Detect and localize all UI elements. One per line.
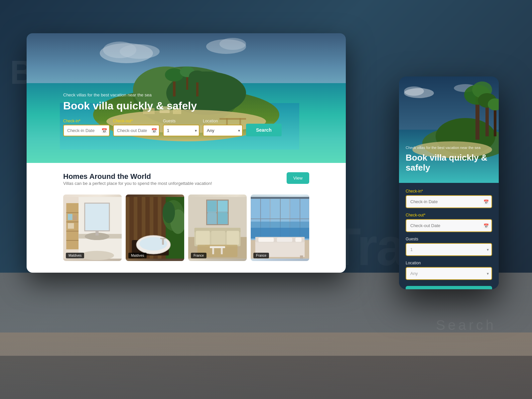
svg-rect-66: [218, 201, 227, 211]
svg-rect-64: [207, 201, 216, 211]
location-label: Location: [203, 119, 243, 123]
mobile-checkin-wrap: 📅: [406, 195, 492, 208]
mobile-guests-label: Guests: [406, 237, 492, 241]
svg-point-4: [219, 38, 246, 50]
svg-rect-25: [66, 212, 78, 213]
property-2-location: Maldives: [128, 253, 147, 258]
svg-rect-70: [196, 231, 210, 245]
mobile-checkin-label: Check-in*: [406, 189, 492, 194]
property-card-1[interactable]: Maldives: [63, 195, 122, 261]
svg-rect-87: [251, 197, 309, 199]
svg-point-53: [163, 201, 175, 223]
svg-rect-95: [295, 238, 302, 242]
svg-rect-94: [277, 238, 292, 242]
property-1-location: Maldives: [66, 253, 84, 258]
property-card-3[interactable]: France: [188, 195, 247, 261]
checkout-input-wrap: 📅: [113, 125, 160, 136]
homes-subtitle: Villas can be a perfect place for you to…: [63, 181, 212, 186]
checkin-label: Check-in*: [63, 119, 110, 123]
svg-rect-111: [494, 106, 496, 136]
mobile-guests-field: Guests 1 2 3 4 ▾: [406, 237, 492, 256]
mobile-checkout-calendar-icon: 📅: [483, 223, 489, 228]
location-select[interactable]: Any Maldives France Italy: [203, 125, 243, 136]
mobile-checkout-wrap: 📅: [406, 219, 492, 232]
homes-header: Homes Around the World Villas can be a p…: [63, 172, 309, 192]
mobile-form: Check-in* 📅 Check-out* 📅 Guests 1 2: [399, 183, 499, 289]
mobile-search-button[interactable]: Search: [406, 286, 492, 289]
background-search-label: Search: [436, 317, 496, 333]
mobile-checkin-field: Check-in* 📅: [406, 189, 492, 208]
svg-rect-75: [210, 246, 225, 248]
guests-select[interactable]: 1 2 3 4: [163, 125, 200, 136]
homes-title-wrap: Homes Around the World Villas can be a p…: [63, 172, 212, 192]
svg-rect-86: [251, 218, 309, 219]
background-room: [0, 273, 532, 399]
svg-point-101: [404, 86, 424, 96]
mobile-hero-title: Book villa quickly & safely: [406, 153, 492, 173]
checkin-calendar-icon: 📅: [101, 128, 107, 133]
svg-rect-72: [227, 231, 239, 245]
bedroom-art: [251, 195, 309, 261]
hero-subtitle: Check villas for the best vacation near …: [63, 92, 309, 97]
view-all-button[interactable]: View: [287, 172, 309, 184]
checkin-input-wrap: 📅: [63, 125, 110, 136]
search-bar: Check-in* 📅 Check-out* 📅: [63, 119, 309, 136]
location-select-wrap: Any Maldives France Italy: [203, 125, 243, 136]
mobile-location-chevron-icon: ▾: [487, 271, 489, 276]
svg-rect-76: [212, 248, 214, 254]
checkout-label: Check-out*: [113, 119, 160, 123]
checkout-field: Check-out* 📅: [113, 119, 160, 136]
hero-title: Book villa quickly & safely: [63, 99, 309, 112]
mobile-guests-select[interactable]: 1 2 3 4: [406, 243, 492, 256]
mobile-card: Check villas for the best vacation near …: [399, 76, 499, 289]
bathroom-art: [63, 195, 122, 261]
outdoor-bath-art: [126, 195, 184, 261]
property-card-4[interactable]: France: [251, 195, 309, 261]
mobile-guests-wrap: 1 2 3 4 ▾: [406, 243, 492, 256]
mobile-hero-content: Check villas for the best vacation near …: [406, 145, 492, 173]
hero-content: Check villas for the best vacation near …: [27, 92, 346, 143]
svg-rect-40: [126, 197, 129, 258]
svg-rect-26: [66, 221, 78, 222]
svg-rect-33: [85, 203, 109, 231]
svg-rect-109: [485, 103, 489, 136]
bg-floor: [0, 332, 532, 399]
property-3-location: France: [191, 253, 206, 258]
homes-grid: Maldives: [63, 195, 309, 261]
svg-rect-35: [73, 215, 77, 220]
svg-rect-98: [300, 255, 303, 258]
mobile-checkin-calendar-icon: 📅: [483, 199, 489, 204]
guests-label: Guests: [163, 119, 200, 123]
living-art: [188, 195, 247, 261]
mobile-guests-chevron-icon: ▾: [487, 247, 489, 252]
svg-rect-28: [66, 240, 78, 241]
guests-field: Guests 1 2 3 4: [163, 119, 200, 136]
svg-rect-65: [207, 212, 216, 224]
search-button[interactable]: Search: [246, 124, 282, 136]
checkout-calendar-icon: 📅: [151, 128, 157, 133]
mobile-location-field: Location Any Maldives France Italy ▾: [406, 261, 492, 280]
mobile-checkout-field: Check-out* 📅: [406, 213, 492, 232]
svg-rect-77: [221, 248, 223, 254]
guests-select-wrap: 1 2 3 4: [163, 125, 200, 136]
mobile-location-select[interactable]: Any Maldives France Italy: [406, 267, 492, 280]
mobile-checkout-label: Check-out*: [406, 213, 492, 217]
svg-rect-27: [66, 231, 78, 231]
homes-section: Homes Around the World Villas can be a p…: [27, 163, 346, 273]
mobile-checkin-input[interactable]: [406, 195, 492, 208]
mobile-location-wrap: Any Maldives France Italy ▾: [406, 267, 492, 280]
svg-rect-58: [160, 238, 166, 239]
property-card-2[interactable]: Maldives: [126, 195, 184, 261]
svg-rect-34: [68, 214, 72, 220]
mobile-checkout-input[interactable]: [406, 219, 492, 232]
mobile-location-label: Location: [406, 261, 492, 265]
svg-rect-62: [217, 200, 218, 225]
svg-rect-32: [95, 231, 98, 235]
svg-rect-71: [211, 231, 225, 245]
desktop-card: Check villas for the best vacation near …: [27, 33, 346, 273]
checkin-field: Check-in* 📅: [63, 119, 110, 136]
property-4-location: France: [253, 253, 269, 258]
svg-rect-67: [218, 212, 227, 224]
location-field: Location Any Maldives France Italy: [203, 119, 243, 136]
homes-title: Homes Around the World: [63, 172, 212, 181]
